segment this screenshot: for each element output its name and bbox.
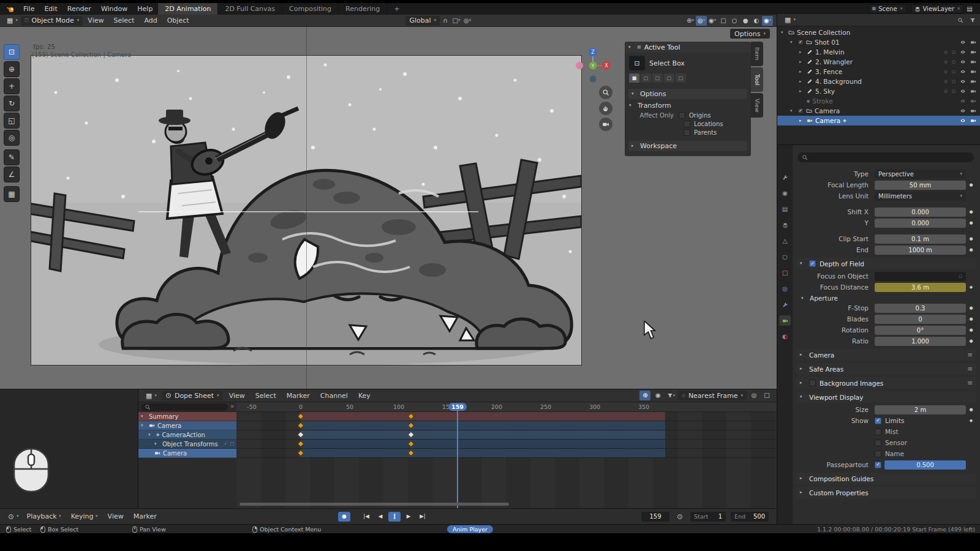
passepartout-checkbox[interactable] bbox=[875, 462, 881, 468]
passepartout-slider[interactable]: 0.500 bbox=[884, 460, 966, 470]
select-mode-invert-icon[interactable] bbox=[664, 73, 674, 83]
hide-eye-icon[interactable] bbox=[960, 118, 966, 124]
select-mode-intersect-icon[interactable] bbox=[676, 73, 686, 83]
current-frame-field[interactable]: 159 bbox=[641, 512, 669, 522]
outliner-row-camera-object[interactable]: Camera bbox=[777, 116, 980, 126]
auto-key-button[interactable] bbox=[338, 512, 350, 522]
keyframe-icon[interactable] bbox=[970, 285, 973, 290]
viewport-options-button[interactable]: Options bbox=[730, 29, 770, 39]
menu-playback[interactable]: Playback bbox=[22, 512, 66, 520]
options-subpanel-header[interactable]: Options bbox=[628, 89, 747, 99]
filter-icon[interactable] bbox=[665, 391, 676, 400]
channel-lock-icon[interactable] bbox=[230, 442, 234, 446]
disable-render-icon[interactable] bbox=[970, 108, 976, 114]
menu-help[interactable]: Help bbox=[132, 3, 157, 15]
keyframe-row-summary[interactable] bbox=[236, 412, 777, 421]
custom-properties-panel-header[interactable]: Custom Properties bbox=[796, 487, 976, 498]
channel-camera-data[interactable]: Camera bbox=[138, 449, 236, 458]
tool-scale[interactable] bbox=[4, 113, 20, 129]
outliner-editor-type-button[interactable] bbox=[782, 15, 799, 25]
locations-checkbox[interactable] bbox=[684, 121, 690, 127]
only-selected-toggle-icon[interactable] bbox=[639, 391, 650, 400]
select-mode-extend-icon[interactable] bbox=[641, 73, 651, 83]
menu-render[interactable]: Render bbox=[62, 3, 96, 15]
tab-output[interactable] bbox=[779, 204, 791, 214]
menu-file[interactable]: File bbox=[18, 3, 39, 15]
pause-button[interactable] bbox=[388, 512, 401, 522]
composition-guides-panel-header[interactable]: Composition Guides bbox=[796, 473, 976, 484]
tab-render[interactable] bbox=[779, 188, 791, 198]
hide-eye-icon[interactable] bbox=[960, 69, 966, 75]
menu-view[interactable]: View bbox=[83, 17, 108, 24]
transform-orientation-dropdown[interactable]: Global bbox=[405, 16, 440, 26]
outliner-row-sky[interactable]: 5. Sky bbox=[777, 86, 980, 96]
workspace-tab-rendering[interactable]: Rendering bbox=[338, 3, 386, 15]
select-box-tool-button[interactable] bbox=[629, 56, 645, 70]
disable-render-icon[interactable] bbox=[970, 118, 976, 124]
keyframe-row-object-transforms[interactable] bbox=[236, 440, 777, 449]
shading-solid-button[interactable] bbox=[740, 16, 751, 26]
tool-move[interactable] bbox=[4, 78, 20, 94]
camera-type-dropdown[interactable]: Perspective bbox=[875, 170, 966, 179]
tab-constraints[interactable] bbox=[779, 299, 791, 310]
viewlayer-menu-icon[interactable] bbox=[964, 4, 975, 14]
channel-enable-icon[interactable] bbox=[224, 442, 228, 446]
sensor-checkbox[interactable] bbox=[875, 440, 881, 446]
end-frame-field[interactable]: End500 bbox=[731, 512, 769, 522]
clip-end-field[interactable]: 1000 m bbox=[875, 246, 966, 255]
menu-object[interactable]: Object bbox=[162, 17, 194, 24]
tool-cursor[interactable] bbox=[4, 61, 20, 77]
gizmo-minus-x-axis[interactable] bbox=[576, 62, 583, 69]
menu-window[interactable]: Window bbox=[96, 3, 132, 15]
hide-eye-icon[interactable] bbox=[960, 78, 966, 84]
tool-select-box[interactable] bbox=[4, 44, 20, 60]
fstop-field[interactable]: 0.3 bbox=[875, 304, 966, 313]
next-keyframe-button[interactable] bbox=[402, 512, 415, 522]
keyframe-row-camera[interactable] bbox=[236, 421, 777, 430]
keyframe-icon[interactable] bbox=[970, 419, 973, 423]
tool-measure[interactable] bbox=[4, 167, 20, 182]
menu-tl-marker[interactable]: Marker bbox=[129, 512, 162, 520]
workspace-tab-2d-full-canvas[interactable]: 2D Full Canvas bbox=[217, 3, 282, 15]
horizontal-scrollbar[interactable] bbox=[239, 503, 509, 506]
shift-y-field[interactable]: 0.000 bbox=[875, 219, 966, 228]
menu-select[interactable]: Select bbox=[108, 17, 139, 24]
keyframe-row-camera-data[interactable] bbox=[236, 449, 777, 458]
tab-scene[interactable] bbox=[779, 236, 791, 246]
start-frame-field[interactable]: Start1 bbox=[690, 512, 726, 522]
blender-logo-icon[interactable] bbox=[2, 3, 18, 15]
tool-add-primitive[interactable] bbox=[4, 186, 20, 202]
channel-filter-icon[interactable] bbox=[230, 405, 234, 409]
channel-search-input[interactable] bbox=[141, 403, 228, 411]
remove-viewlayer-icon[interactable] bbox=[957, 7, 960, 11]
proportional-edit-icon[interactable] bbox=[462, 16, 473, 26]
tab-object[interactable] bbox=[779, 268, 791, 278]
camera-panel-header[interactable]: Camera bbox=[796, 349, 976, 361]
background-images-panel-header[interactable]: Background Images bbox=[796, 377, 976, 389]
hide-eye-icon[interactable] bbox=[960, 59, 966, 65]
workspace-tab-compositing[interactable]: Compositing bbox=[282, 3, 338, 15]
parents-checkbox[interactable] bbox=[684, 129, 690, 136]
copy-keys-icon[interactable] bbox=[761, 391, 772, 400]
menu-tl-view[interactable]: View bbox=[103, 512, 129, 520]
add-workspace-button[interactable]: + bbox=[386, 3, 406, 15]
hide-eye-icon[interactable] bbox=[960, 108, 966, 114]
blades-field[interactable]: 0 bbox=[875, 315, 966, 324]
scene-selector[interactable]: Scene bbox=[869, 4, 907, 13]
tab-tool[interactable]: Tool bbox=[751, 67, 763, 92]
snap-magnet-icon[interactable]: ∩ bbox=[440, 16, 451, 26]
jump-to-start-button[interactable] bbox=[360, 512, 372, 522]
ratio-field[interactable]: 1.000 bbox=[875, 337, 966, 346]
size-field[interactable]: 2 m bbox=[875, 405, 966, 414]
tab-object-data-camera[interactable] bbox=[779, 315, 791, 326]
channel-camera[interactable]: Camera bbox=[138, 421, 236, 430]
tab-world[interactable] bbox=[779, 252, 791, 262]
viewport-canvas[interactable]: fps: 25 (159) Scene Collection | Camera … bbox=[0, 27, 777, 389]
hide-eye-icon[interactable] bbox=[960, 49, 966, 55]
camera-view-icon[interactable] bbox=[599, 118, 612, 131]
eyedropper-icon[interactable] bbox=[959, 274, 962, 279]
tab-tool[interactable] bbox=[779, 172, 791, 182]
limits-checkbox[interactable] bbox=[875, 418, 881, 424]
disable-render-icon[interactable] bbox=[970, 69, 976, 75]
editor-type-button[interactable] bbox=[4, 16, 21, 26]
